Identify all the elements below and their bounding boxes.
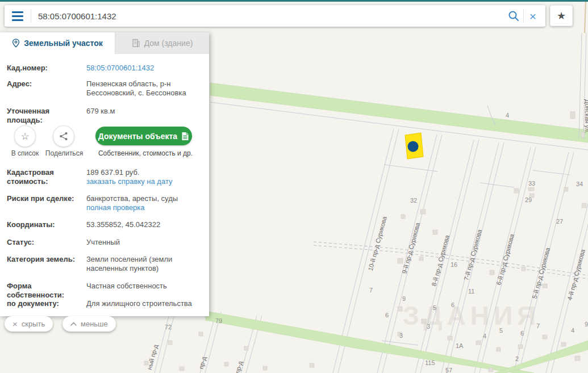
hide-label: скрыть — [22, 320, 45, 328]
parcel-number: 9 — [585, 321, 588, 328]
field-label: Уточненная площадь: — [0, 107, 80, 125]
map-watermark: ЗДАНИЯ — [403, 301, 540, 330]
field-label: Адрес: — [0, 79, 80, 98]
parcel-number: 57 — [445, 367, 452, 373]
parcel-number: 4 — [506, 112, 509, 119]
field-row-category: Категория земель: Земли поселений (земли… — [0, 255, 209, 273]
parcel-number: 4 — [571, 327, 574, 334]
docs-button-label: Документы объекта — [98, 132, 177, 141]
parcel-number: 115 — [425, 359, 435, 366]
parcel-number: 1А — [456, 342, 464, 349]
parcel-number: 9 — [402, 295, 406, 302]
parcel-number: 5 — [433, 304, 436, 311]
parcel-number: 4 — [483, 333, 486, 340]
top-accent-strip — [0, 0, 588, 2]
parcel-number: 16 — [451, 261, 457, 268]
divider — [523, 9, 524, 23]
parcel-number: 5 — [499, 327, 503, 334]
tab-label: Дом (здание) — [144, 39, 193, 48]
parcel-number: 3 — [399, 332, 403, 339]
field-value: Учтенный — [86, 238, 203, 247]
add-to-list-label: В список — [5, 149, 45, 157]
tab-land-parcel[interactable]: Земельный участок — [0, 32, 115, 54]
object-documents-button[interactable]: Документы объекта — [95, 127, 192, 145]
parcel-number: 2 — [515, 355, 519, 362]
field-label: Кадастровая стоимость: — [0, 168, 80, 186]
field-row-area: Уточненная площадь: 679 кв.м — [0, 107, 209, 125]
field-label: Форма собственности: — [0, 282, 80, 300]
field-row-coords: Координаты: 53.355852, 45.042322 — [0, 220, 209, 229]
clear-search-icon[interactable]: × — [527, 10, 539, 22]
field-value: Частная собственность — [86, 282, 203, 300]
search-bar: × — [5, 5, 545, 27]
docs-button-subtitle: Собственник, стоимость и др. — [95, 149, 195, 157]
full-check-link[interactable]: полная проверка — [86, 203, 145, 212]
field-row-risks: Риски при сделке: банкротства, аресты, с… — [0, 194, 209, 212]
share-button[interactable] — [53, 125, 74, 147]
field-label: Статус: — [0, 238, 80, 247]
chevron-up-icon — [70, 322, 77, 326]
building-icon — [132, 39, 140, 47]
field-value: 53.355852, 45.042322 — [86, 220, 203, 229]
field-value: банкротства, аресты, суды — [86, 194, 203, 203]
panel-tabs: Земельный участок Дом (здание) — [0, 32, 209, 54]
close-icon: × — [12, 320, 18, 328]
field-label: Координаты: — [0, 220, 80, 229]
parcel-marker[interactable] — [408, 141, 419, 152]
tab-building[interactable]: Дом (здание) — [115, 32, 209, 54]
location-pin-icon — [12, 39, 20, 48]
field-row-ownership: Форма собственности: Частная собственнос… — [0, 282, 209, 300]
search-icon[interactable] — [507, 10, 520, 22]
share-icon — [59, 132, 68, 141]
parcel-number: 34 — [576, 181, 583, 187]
field-label: Кад.номер: — [0, 64, 80, 73]
cadastral-map-app: ЗДАНИЯ — [0, 0, 588, 373]
less-label: меньше — [81, 320, 108, 328]
add-to-list-button[interactable]: ☆ — [14, 125, 36, 147]
field-row-by-document: по документу: Для жилищного строительств… — [0, 299, 209, 308]
parcel-number: 29 — [525, 196, 532, 203]
order-certificate-link[interactable]: заказать справку на дату — [86, 177, 173, 186]
field-value: Земли поселений (земли населенных пункто… — [86, 255, 203, 273]
menu-icon[interactable] — [5, 5, 31, 27]
parcel-number: 3 — [427, 323, 430, 330]
document-icon — [181, 132, 189, 141]
field-value: Пензенская область, р-н Бессоновский, с.… — [86, 79, 203, 98]
star-outline-icon: ☆ — [20, 131, 29, 143]
kad-number-link[interactable]: 58:05:0700601:1432 — [86, 64, 154, 72]
parcel-number: 6 — [520, 330, 524, 337]
parcel-number: 72 — [165, 324, 172, 330]
parcel-number: 11 — [468, 288, 474, 295]
parcel-number: 6 — [385, 312, 389, 318]
field-row-cost: Кадастровая стоимость: 189 637.91 руб. з… — [0, 168, 209, 186]
field-value: 679 кв.м — [86, 107, 203, 125]
parcel-number: 7 — [536, 322, 540, 329]
tab-label: Земельный участок — [24, 39, 103, 48]
search-input[interactable] — [31, 11, 507, 21]
parcel-number: 7 — [369, 287, 373, 294]
parcel-number: 79 — [215, 317, 222, 324]
street-label: Донская ул. — [584, 99, 588, 133]
field-value: Для жилищного строительства — [86, 299, 203, 308]
parcel-number: 32 — [410, 197, 417, 204]
field-value: 189 637.91 руб. — [86, 168, 203, 177]
field-label: по документу: — [0, 299, 80, 308]
parcel-info-panel: Земельный участок Дом (здание) Кад.номер… — [0, 32, 209, 316]
hide-panel-button[interactable]: × скрыть — [5, 316, 53, 332]
favorites-star-button[interactable]: ★ — [550, 5, 573, 26]
field-label: Категория земель: — [0, 255, 80, 273]
parcel-number: 27 — [556, 218, 563, 225]
parcel-number: 33 — [528, 180, 535, 187]
field-row-status: Статус: Учтенный — [0, 238, 209, 247]
share-label: Поделиться — [43, 149, 86, 157]
parcel-number: 6 — [451, 301, 454, 308]
field-label: Риски при сделке: — [0, 194, 80, 212]
field-row-address: Адрес: Пензенская область, р-н Бессоновс… — [0, 79, 209, 98]
field-row-kad-number: Кад.номер: 58:05:0700601:1432 — [0, 64, 209, 73]
show-less-button[interactable]: меньше — [62, 316, 116, 332]
